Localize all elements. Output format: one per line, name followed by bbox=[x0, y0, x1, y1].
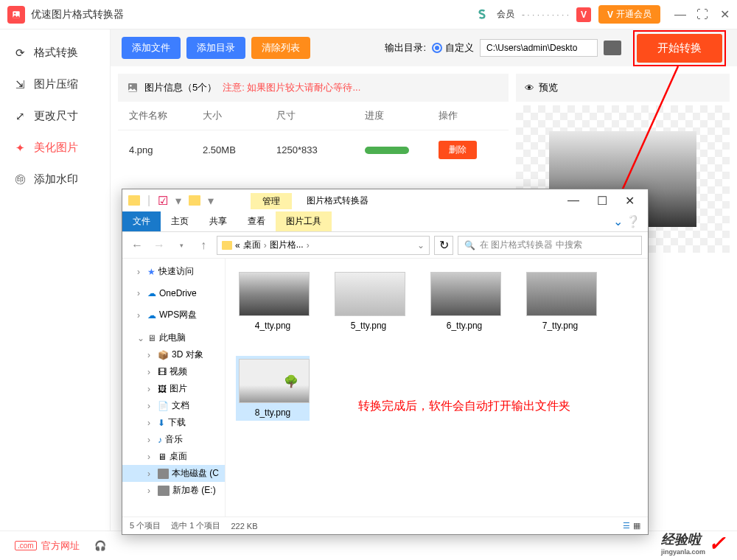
radio-icon bbox=[432, 43, 442, 53]
file-thumbnail: 🌳 bbox=[239, 359, 310, 403]
qat-dropdown-icon[interactable]: ▾ bbox=[175, 194, 181, 208]
app-logo bbox=[7, 6, 25, 24]
tree-disk-e[interactable]: ›新加卷 (E:) bbox=[122, 482, 225, 499]
table-row[interactable]: 4.png 2.50MB 1250*833 删除 bbox=[118, 130, 509, 169]
check-icon: ✓ bbox=[708, 531, 725, 556]
watermark: 经验啦 jingyanla.com ✓ bbox=[661, 531, 725, 556]
panel-notice: 注意: 如果图片较大请耐心等待... bbox=[223, 81, 360, 94]
exp-minimize-button[interactable]: — bbox=[567, 194, 579, 208]
search-icon: 🔍 bbox=[464, 240, 475, 251]
add-file-button[interactable]: 添加文件 bbox=[122, 37, 181, 59]
file-item[interactable]: 🌳8_tty.png bbox=[236, 356, 310, 421]
breadcrumb[interactable]: « 桌面 › 图片格... › ⌄ bbox=[217, 236, 430, 255]
tree-documents[interactable]: ›📄文档 bbox=[122, 397, 225, 414]
compress-icon: ⇲ bbox=[13, 78, 27, 91]
qat-separator: | bbox=[147, 194, 150, 207]
tree-pictures[interactable]: ›🖼图片 bbox=[122, 380, 225, 397]
file-thumbnail bbox=[239, 272, 310, 316]
svg-point-3 bbox=[130, 85, 132, 87]
file-item[interactable]: 4_tty.png bbox=[236, 269, 310, 334]
nav-tree: ›★快速访问 ›☁OneDrive ›☁WPS网盘 ⌄🖥此电脑 ›📦3D 对象 … bbox=[122, 259, 226, 517]
maximize-button[interactable]: ⛶ bbox=[697, 10, 708, 20]
explorer-title: 图片格式转换器 bbox=[307, 195, 368, 207]
status-count: 5 个项目 bbox=[130, 520, 161, 531]
start-convert-button[interactable]: 开始转换 bbox=[637, 34, 722, 63]
clear-list-button[interactable]: 清除列表 bbox=[251, 37, 310, 59]
custom-radio[interactable]: 自定义 bbox=[432, 41, 474, 55]
file-thumbnail bbox=[335, 272, 405, 316]
tree-music[interactable]: ›♪音乐 bbox=[122, 431, 225, 448]
help-icon[interactable]: ⌄ ❔ bbox=[613, 214, 640, 228]
file-item[interactable]: 5_tty.png bbox=[332, 269, 405, 334]
user-name: 会员 bbox=[497, 8, 514, 21]
tree-downloads[interactable]: ›⬇下载 bbox=[122, 414, 225, 431]
folder-icon bbox=[189, 195, 200, 206]
tree-disk-c[interactable]: ›本地磁盘 (C bbox=[122, 465, 225, 482]
exp-maximize-button[interactable]: ☐ bbox=[597, 194, 607, 208]
folder-icon bbox=[222, 241, 232, 250]
preview-icon: 👁 bbox=[525, 83, 534, 94]
output-path-input[interactable] bbox=[480, 39, 598, 57]
tree-desktop[interactable]: ›🖥桌面 bbox=[122, 448, 225, 465]
preview-label: 预览 bbox=[539, 81, 558, 94]
ribbon-tab-share[interactable]: 共享 bbox=[199, 211, 237, 231]
nav-history-button[interactable]: ▾ bbox=[172, 237, 190, 254]
file-explorer-window: | ☑ ▾ ▾ 管理 图片格式转换器 — ☐ ✕ 文件 主页 共享 查看 图片工… bbox=[122, 189, 649, 535]
tree-quick-access[interactable]: ›★快速访问 bbox=[122, 263, 225, 280]
nav-up-button[interactable]: ↑ bbox=[195, 237, 212, 254]
official-site-link[interactable]: .com 官方网址 bbox=[15, 539, 80, 553]
sidebar-item-resize[interactable]: ⤢ 更改尺寸 bbox=[0, 100, 110, 132]
annotation-message: 转换完成后，软件会自动打开输出文件夹 bbox=[358, 399, 570, 414]
svg-point-1 bbox=[14, 13, 15, 14]
vip-button[interactable]: V开通会员 bbox=[598, 5, 660, 24]
s-logo-icon bbox=[475, 7, 489, 22]
chevron-down-icon[interactable]: ⌄ bbox=[417, 240, 425, 251]
view-details-icon[interactable]: ☰ bbox=[623, 521, 630, 531]
manage-tab[interactable]: 管理 bbox=[251, 193, 292, 209]
globe-icon: .com bbox=[15, 541, 37, 550]
view-thumbs-icon[interactable]: ▦ bbox=[633, 521, 640, 531]
file-thumbnail bbox=[526, 272, 597, 316]
ribbon-tab-pictools[interactable]: 图片工具 bbox=[276, 211, 332, 231]
support-icon: 🎧 bbox=[94, 540, 106, 551]
resize-icon: ⤢ bbox=[13, 110, 27, 123]
vip-badge-icon: V bbox=[576, 7, 591, 22]
output-label: 输出目录: bbox=[385, 41, 426, 55]
delete-button[interactable]: 删除 bbox=[439, 141, 477, 159]
convert-icon: ⟳ bbox=[13, 46, 27, 60]
file-thumbnail bbox=[430, 272, 501, 316]
status-size: 222 KB bbox=[231, 522, 257, 531]
browse-folder-button[interactable] bbox=[604, 41, 621, 55]
tree-3dobjects[interactable]: ›📦3D 对象 bbox=[122, 346, 225, 363]
nav-forward-button[interactable]: → bbox=[150, 237, 168, 254]
ribbon-tab-home[interactable]: 主页 bbox=[161, 211, 199, 231]
image-info-icon bbox=[127, 82, 139, 94]
search-input[interactable]: 🔍 在 图片格式转换器 中搜索 bbox=[458, 236, 642, 255]
watermark-icon: ㊞ bbox=[13, 173, 27, 186]
sidebar: ⟳ 格式转换 ⇲ 图片压缩 ⤢ 更改尺寸 ✦ 美化图片 ㊞ 添加水印 bbox=[0, 29, 111, 531]
tree-thispc[interactable]: ⌄🖥此电脑 bbox=[122, 329, 225, 346]
sidebar-item-compress[interactable]: ⇲ 图片压缩 bbox=[0, 69, 110, 100]
sidebar-item-format[interactable]: ⟳ 格式转换 bbox=[0, 37, 110, 69]
support-link[interactable]: 🎧 bbox=[94, 540, 106, 551]
table-header: 文件名称 大小 尺寸 进度 操作 bbox=[118, 102, 509, 130]
tree-onedrive[interactable]: ›☁OneDrive bbox=[122, 286, 225, 301]
file-item[interactable]: 7_tty.png bbox=[523, 269, 597, 334]
qat-dropdown-icon[interactable]: ▾ bbox=[208, 194, 214, 208]
sidebar-item-beautify[interactable]: ✦ 美化图片 bbox=[0, 132, 110, 164]
exp-close-button[interactable]: ✕ bbox=[625, 194, 635, 208]
sidebar-item-watermark[interactable]: ㊞ 添加水印 bbox=[0, 164, 110, 195]
ribbon-tab-file[interactable]: 文件 bbox=[122, 211, 161, 231]
refresh-button[interactable]: ↻ bbox=[434, 236, 453, 255]
app-title: 优速图片格式转换器 bbox=[31, 8, 475, 21]
close-button[interactable]: ✕ bbox=[719, 10, 730, 20]
tree-videos[interactable]: ›🎞视频 bbox=[122, 363, 225, 380]
qat-check-icon[interactable]: ☑ bbox=[158, 194, 168, 208]
nav-back-button[interactable]: ← bbox=[128, 237, 146, 254]
minimize-button[interactable]: — bbox=[675, 10, 685, 20]
progress-bar bbox=[365, 147, 409, 154]
ribbon-tab-view[interactable]: 查看 bbox=[237, 211, 276, 231]
file-item[interactable]: 6_tty.png bbox=[427, 269, 501, 334]
add-dir-button[interactable]: 添加目录 bbox=[186, 37, 245, 59]
tree-wps[interactable]: ›☁WPS网盘 bbox=[122, 307, 225, 323]
